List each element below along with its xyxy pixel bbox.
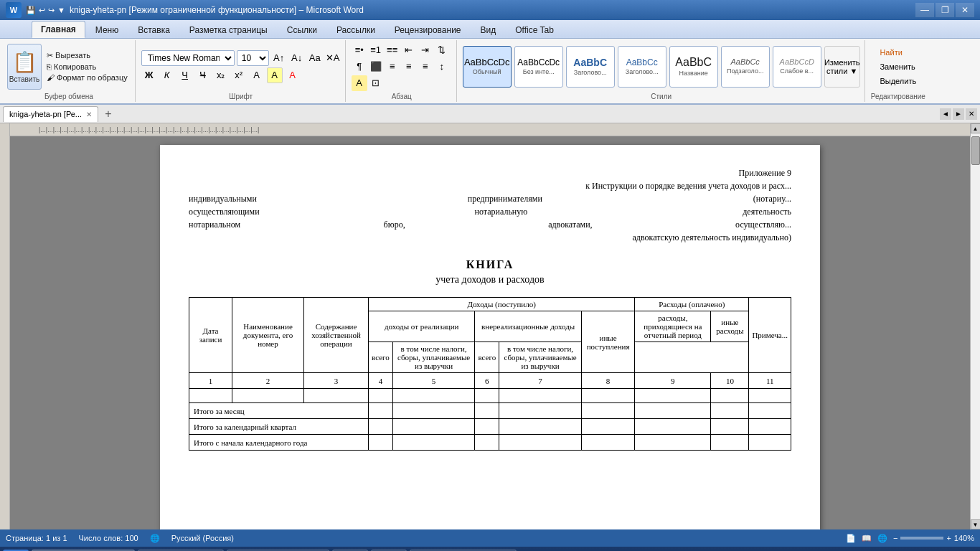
tab-home[interactable]: Главная	[32, 21, 85, 38]
close-button[interactable]: ✕	[956, 3, 974, 17]
view-reader-icon[interactable]: 📖	[862, 534, 872, 543]
scroll-down-button[interactable]: ▼	[971, 519, 981, 529]
ribbon-group-styles: AaBbCcDc Обычный AaBbCcDc Без инте... Aa…	[458, 40, 865, 102]
zoom-slider[interactable]	[900, 537, 943, 540]
minimize-button[interactable]: —	[915, 3, 934, 17]
tab-pagelayout[interactable]: Разметка страницы	[180, 22, 277, 38]
col-header-name: Наименование документа, его номер	[232, 298, 304, 373]
style-heading1[interactable]: AaBbC Заголово...	[566, 46, 615, 88]
status-bar: Страница: 1 из 1 Число слов: 100 🌐 Русск…	[0, 529, 980, 547]
style-title[interactable]: AaBbC Название	[669, 46, 718, 88]
style-normal[interactable]: AaBbCcDc Обычный	[463, 46, 512, 88]
font-color-button[interactable]: A	[285, 67, 301, 83]
paste-button[interactable]: 📋 Вставить	[7, 44, 42, 90]
quick-save-icon[interactable]: 💾	[26, 6, 36, 15]
tab-menu[interactable]: Меню	[86, 22, 128, 38]
customize-icon[interactable]: ▼	[57, 6, 65, 15]
cell-11	[749, 389, 791, 403]
total-month-label: Итого за месяц	[189, 403, 369, 419]
clear-format-button[interactable]: ✕A	[325, 50, 341, 66]
style-subtitle[interactable]: AaBbCc Подзаголо...	[721, 46, 770, 88]
change-styles-button[interactable]: Изменить стили ▼	[824, 46, 860, 88]
ribbon: 📋 Вставить ✂ Вырезать ⎘ Копировать 🖌 Фор…	[0, 39, 980, 105]
col-header-nr-total: всего	[475, 342, 499, 373]
select-button[interactable]: Выделить	[873, 75, 923, 88]
style-weak[interactable]: AaBbCcD Слабое в...	[773, 46, 821, 88]
style-heading2[interactable]: AaBbCc Заголово...	[618, 46, 666, 88]
bold-button[interactable]: Ж	[141, 67, 157, 83]
scroll-area[interactable]: |...|...|...|...|...|...|...|...|...|...…	[10, 123, 970, 529]
font-grow-button[interactable]: A↑	[271, 50, 287, 66]
table-header-row1: Дата записи Наименование документа, его …	[189, 298, 791, 311]
strikethrough-button[interactable]: Ч̶	[195, 67, 211, 83]
style-no-interval[interactable]: AaBbCcDc Без инте...	[514, 46, 563, 88]
list-bullet-button[interactable]: ≡•	[352, 42, 367, 58]
copy-button[interactable]: ⎘ Копировать	[44, 62, 131, 72]
border-button[interactable]: ⊡	[368, 75, 384, 91]
ribbon-group-clipboard: 📋 Вставить ✂ Вырезать ⎘ Копировать 🖌 Фор…	[3, 40, 136, 102]
highlight-button[interactable]: A	[267, 67, 283, 83]
font-size-select[interactable]: 8 9 10 11 12 14	[237, 50, 269, 66]
col-header-r-total: всего	[369, 342, 393, 373]
indent-increase-button[interactable]: ⇥	[418, 42, 433, 58]
col-header-main-exp: расходы, приходящиеся на отчетный период	[635, 311, 711, 342]
font-family-select[interactable]: Times New Roman Arial Calibri	[141, 50, 235, 66]
align-center-button[interactable]: ≡	[385, 59, 400, 75]
doc-tab-close[interactable]: ✕	[86, 110, 92, 118]
line-spacing-button[interactable]: ↕	[434, 59, 450, 75]
tab-review[interactable]: Рецензирование	[385, 22, 471, 38]
shading-button[interactable]: A	[352, 75, 367, 91]
show-marks-button[interactable]: ¶	[352, 59, 367, 75]
italic-button[interactable]: К	[159, 67, 175, 83]
format-painter-button[interactable]: 🖌 Формат по образцу	[44, 72, 131, 83]
main-table: Дата записи Наименование документа, его …	[189, 297, 791, 451]
change-case-button[interactable]: Aa	[307, 50, 323, 66]
underline-button[interactable]: Ч	[177, 67, 193, 83]
tab-officetab[interactable]: Office Tab	[506, 22, 563, 38]
list-number-button[interactable]: ≡1	[368, 42, 384, 58]
tab-insert[interactable]: Вставка	[128, 22, 179, 38]
tab-view[interactable]: Вид	[471, 22, 506, 38]
col-num-3: 3	[304, 373, 369, 389]
maximize-button[interactable]: ❐	[936, 3, 954, 17]
appendix-text3: осуществляющиминотариальнуюдеятельность	[189, 205, 791, 218]
zoom-level: 140%	[954, 534, 974, 542]
word-count: Число слов: 100	[79, 534, 138, 542]
doc-tab-active[interactable]: kniga-yheta-pn [Ре... ✕	[3, 106, 98, 122]
tab-references[interactable]: Ссылки	[278, 22, 326, 38]
redo-icon[interactable]: ↪	[48, 6, 55, 15]
language-label[interactable]: Русский (Россия)	[171, 534, 234, 542]
cell-8	[581, 389, 634, 403]
new-tab-button[interactable]: +	[101, 107, 116, 121]
tab-mailings[interactable]: Рассылки	[327, 22, 385, 38]
align-left-button[interactable]: ⬛	[368, 59, 384, 75]
superscript-button[interactable]: x²	[231, 67, 247, 83]
replace-button[interactable]: Заменить	[873, 60, 923, 73]
align-justify-button[interactable]: ≡	[418, 59, 433, 75]
appendix-text1: к Инструкции о порядке ведения учета дох…	[189, 179, 791, 192]
font-shrink-button[interactable]: A↓	[289, 50, 305, 66]
close-doc-button[interactable]: ✕	[966, 108, 977, 120]
scroll-up-button[interactable]: ▲	[971, 123, 981, 133]
find-button[interactable]: Найти	[873, 46, 923, 59]
zoom-out-button[interactable]: −	[893, 534, 897, 542]
total-quarter-label: Итого за календарный квартал	[189, 419, 369, 435]
scroll-left-button[interactable]: ◄	[940, 108, 951, 120]
total-year-label: Итого с начала календарного года	[189, 435, 369, 451]
scroll-thumb[interactable]	[971, 136, 980, 165]
cell-1	[189, 389, 232, 403]
view-print-icon[interactable]: 📄	[846, 534, 856, 543]
cut-button[interactable]: ✂ Вырезать	[44, 50, 131, 61]
zoom-in-button[interactable]: +	[946, 534, 951, 542]
text-effects-button[interactable]: A	[249, 67, 265, 83]
cell-9	[635, 389, 711, 403]
list-multi-button[interactable]: ≡≡	[385, 42, 400, 58]
subscript-button[interactable]: x₂	[213, 67, 229, 83]
sort-button[interactable]: ⇅	[434, 42, 450, 58]
view-web-icon[interactable]: 🌐	[877, 534, 887, 543]
cell-2	[232, 389, 304, 403]
align-right-button[interactable]: ≡	[401, 59, 417, 75]
scroll-right-button[interactable]: ►	[953, 108, 964, 120]
undo-icon[interactable]: ↩	[39, 6, 45, 15]
indent-decrease-button[interactable]: ⇤	[401, 42, 417, 58]
